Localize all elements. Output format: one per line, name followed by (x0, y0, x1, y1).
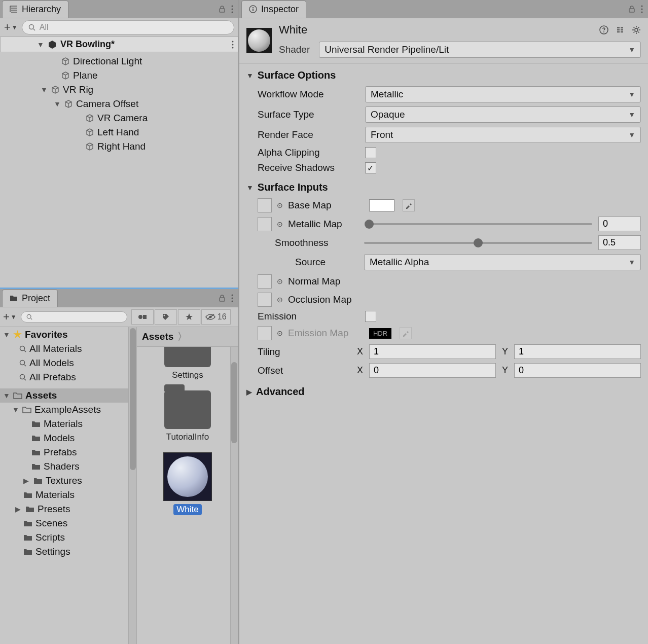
menu-icon[interactable] (231, 5, 233, 13)
folder-item[interactable]: Shaders (0, 459, 136, 474)
surface-type-dropdown[interactable]: Opaque▼ (365, 106, 641, 123)
project-search-input[interactable] (21, 311, 127, 323)
folder-item[interactable]: Materials (0, 488, 136, 502)
hierarchy-search-input[interactable]: All (22, 20, 234, 34)
tree-row[interactable]: ▼VR Rig (0, 83, 238, 97)
svg-point-20 (27, 314, 31, 318)
folder-label: Scripts (35, 532, 65, 543)
svg-point-19 (231, 300, 233, 302)
hierarchy-tab[interactable]: Hierarchy (2, 1, 68, 18)
y-label: Y (502, 346, 508, 357)
base-map-color[interactable] (369, 199, 394, 211)
lock-icon[interactable] (628, 5, 636, 13)
object-picker-icon[interactable]: ⊙ (277, 296, 283, 304)
surface-options-header[interactable]: ▼ Surface Options (239, 63, 648, 84)
metallic-map-texture-slot[interactable] (258, 217, 272, 231)
metallic-value-input[interactable] (598, 217, 641, 231)
object-picker-icon[interactable]: ⊙ (277, 201, 283, 209)
help-icon[interactable] (599, 25, 608, 34)
favorite-item[interactable]: All Materials (0, 342, 136, 356)
assets-header[interactable]: ▼ Assets (0, 388, 136, 403)
smoothness-value-input[interactable] (598, 235, 641, 250)
menu-icon[interactable] (231, 294, 233, 302)
tree-row[interactable]: Directional Light (0, 54, 238, 68)
folder-item[interactable]: Models (0, 431, 136, 445)
lock-icon[interactable] (218, 5, 226, 13)
asset-item[interactable]: TutorialInfo (150, 390, 226, 442)
menu-icon[interactable] (232, 41, 234, 49)
emission-map-texture-slot (258, 326, 272, 340)
dropdown-arrow-icon: ▼ (628, 90, 635, 98)
shader-dropdown[interactable]: Universal Render Pipeline/Lit ▼ (319, 42, 641, 58)
tree-row[interactable]: ▼Camera Offset (0, 97, 238, 111)
folder-item[interactable]: ▼ExampleAssets (0, 403, 136, 417)
folder-label: ExampleAssets (34, 404, 101, 415)
normal-map-texture-slot[interactable] (258, 274, 272, 289)
menu-icon[interactable] (641, 5, 643, 13)
project-tab[interactable]: Project (2, 290, 58, 307)
receive-shadows-label: Receive Shadows (258, 162, 359, 173)
add-button[interactable]: + ▼ (3, 310, 17, 324)
occlusion-map-texture-slot[interactable] (258, 293, 272, 307)
tree-row[interactable]: Right Hand (0, 139, 238, 154)
tree-row[interactable]: Plane (0, 68, 238, 83)
favorite-label: All Models (29, 357, 74, 369)
emission-checkbox[interactable] (365, 311, 376, 322)
source-dropdown[interactable]: Metallic Alpha▼ (364, 254, 641, 270)
smoothness-slider[interactable] (364, 242, 592, 244)
gear-icon[interactable] (632, 25, 641, 34)
receive-shadows-checkbox[interactable]: ✓ (365, 162, 376, 173)
folder-item[interactable]: Prefabs (0, 445, 136, 459)
offset-y-input[interactable] (514, 363, 641, 378)
scene-row[interactable]: ▼ VR Bowling* (0, 37, 238, 52)
asset-item-selected[interactable]: White (150, 452, 226, 515)
add-button[interactable]: + ▼ (4, 21, 18, 34)
folder-item[interactable]: ▶Presets (0, 502, 136, 516)
folder-item[interactable]: Scenes (0, 516, 136, 530)
hierarchy-tree: Directional Light Plane ▼VR Rig ▼Camera … (0, 52, 238, 156)
inspector-tab-label: Inspector (261, 4, 299, 15)
asset-item[interactable]: Settings (150, 347, 226, 380)
tiling-x-input[interactable] (369, 344, 496, 359)
favorite-item[interactable]: All Prefabs (0, 370, 136, 384)
metallic-slider[interactable] (369, 223, 592, 225)
expand-arrow-icon[interactable]: ▼ (41, 86, 48, 94)
gameobject-icon (51, 85, 60, 94)
tiling-y-input[interactable] (514, 344, 641, 359)
folder-item[interactable]: Scripts (0, 530, 136, 545)
alpha-clipping-checkbox[interactable] (365, 147, 376, 158)
workflow-dropdown[interactable]: Metallic▼ (365, 86, 641, 102)
favorite-item[interactable]: All Models (0, 356, 136, 370)
expand-arrow-icon[interactable]: ▼ (54, 100, 61, 108)
eyedropper-button[interactable] (403, 199, 415, 211)
filter-by-type-button[interactable] (131, 309, 154, 325)
tree-label: Right Hand (97, 141, 146, 152)
tree-row[interactable]: VR Camera (0, 111, 238, 125)
lock-icon[interactable] (218, 294, 226, 302)
surface-inputs-header[interactable]: ▼ Surface Inputs (239, 175, 648, 196)
advanced-header[interactable]: ▶ Advanced (239, 380, 648, 401)
favorites-header[interactable]: ▼ ★ Favorites (0, 327, 136, 342)
expand-arrow-icon[interactable]: ▼ (37, 41, 44, 49)
render-face-dropdown[interactable]: Front▼ (365, 127, 641, 143)
material-thumb (163, 452, 212, 501)
hidden-visibility-button[interactable]: 16 (201, 309, 231, 325)
breadcrumb[interactable]: Assets 〉 (137, 327, 238, 347)
svg-point-3 (231, 11, 233, 13)
filter-by-label-button[interactable] (155, 309, 177, 325)
tree-row[interactable]: Left Hand (0, 125, 238, 139)
normal-map-label: Normal Map (288, 276, 340, 287)
base-map-texture-slot[interactable] (258, 198, 272, 212)
object-picker-icon[interactable]: ⊙ (277, 220, 283, 228)
offset-x-input[interactable] (369, 363, 496, 378)
folder-item[interactable]: Settings (0, 545, 136, 559)
preset-icon[interactable] (616, 25, 625, 34)
favorite-button[interactable] (178, 309, 200, 325)
eyedropper-button (400, 327, 412, 339)
scrollbar[interactable] (128, 327, 136, 644)
object-picker-icon[interactable]: ⊙ (277, 277, 283, 285)
folder-item[interactable]: Materials (0, 417, 136, 431)
folder-item[interactable]: ▶Textures (0, 474, 136, 488)
scrollbar[interactable] (230, 347, 238, 644)
inspector-tab[interactable]: Inspector (241, 1, 306, 18)
